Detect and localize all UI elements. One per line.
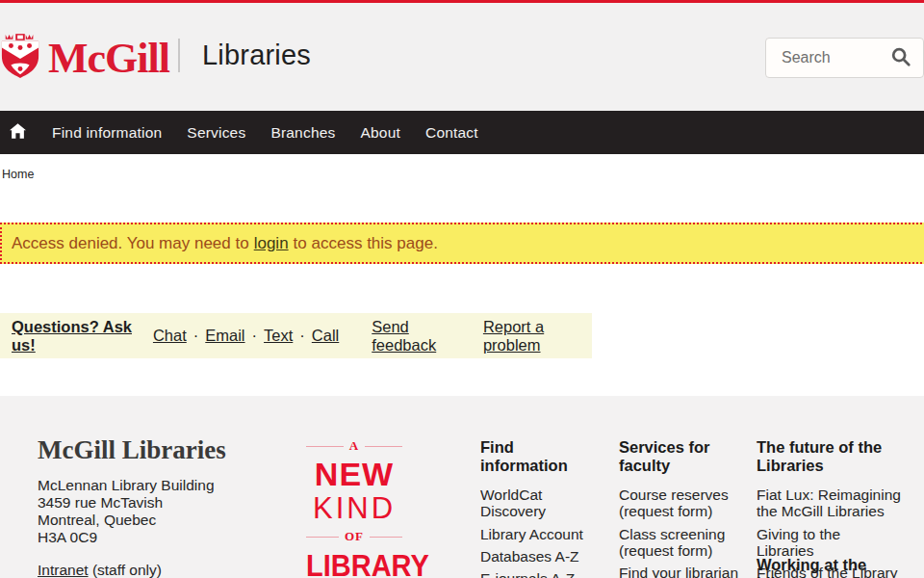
alert-text-before: Access denied. You may need to — [12, 234, 249, 253]
footer-link[interactable]: Course reserves (request form) — [619, 486, 746, 520]
footer-link[interactable]: WorldCat Discovery — [480, 486, 603, 520]
search-icon — [890, 46, 911, 70]
footer-org-name: McGill Libraries — [38, 435, 226, 465]
email-link[interactable]: Email — [205, 327, 244, 345]
separator-dot: · — [299, 327, 305, 345]
footer-link[interactable]: E-journals A-Z — [480, 570, 603, 578]
page-footer: McGill Libraries McLennan Library Buildi… — [0, 396, 924, 578]
search-input[interactable] — [766, 49, 890, 66]
footer-column-services-for-faculty: Services for faculty Course reserves (re… — [619, 438, 746, 578]
site-header: McGill Libraries — [0, 3, 924, 111]
address-line: Montreal, Quebec — [38, 512, 215, 529]
intranet-note: (staff only) — [92, 562, 162, 578]
intranet-row: Intranet (staff only) — [38, 562, 162, 578]
ask-us-bar: Questions? Ask us! Chat · Email · Text ·… — [0, 313, 592, 358]
footer-link[interactable]: Find your librarian — [619, 565, 746, 578]
chat-link[interactable]: Chat — [153, 327, 187, 345]
nav-home-link[interactable] — [0, 123, 39, 143]
search-box — [765, 38, 924, 78]
call-link[interactable]: Call — [312, 327, 339, 345]
mcgill-wordmark: McGill — [48, 38, 169, 80]
campaign-line-a: A — [306, 438, 402, 454]
footer-column-heading: Working at the Libraries — [757, 556, 901, 578]
footer-column-heading: Services for faculty — [619, 438, 746, 475]
new-kind-of-library-logo[interactable]: A NEW KIND OF LIBRARY AU — [306, 434, 402, 578]
intranet-link[interactable]: Intranet — [38, 562, 89, 578]
footer-address: McLennan Library Building 3459 rue McTav… — [38, 477, 215, 546]
campaign-line-library: LIBRARY — [306, 547, 402, 578]
footer-column-find-information: Find information WorldCat Discovery Libr… — [480, 438, 603, 578]
breadcrumb[interactable]: Home — [2, 168, 34, 181]
campaign-line-of: OF — [306, 529, 402, 544]
text-link[interactable]: Text — [264, 327, 293, 345]
footer-column-working-at-libraries: Working at the Libraries — [757, 556, 901, 578]
separator-dot: · — [252, 327, 258, 345]
login-link[interactable]: login — [254, 234, 289, 253]
nav-item-branches[interactable]: Branches — [258, 124, 347, 142]
footer-column-heading: The future of the Libraries — [757, 438, 901, 475]
site-title[interactable]: Libraries — [202, 39, 311, 71]
header-divider — [178, 39, 180, 72]
alert-text-after: to access this page. — [294, 234, 438, 253]
search-submit-button[interactable] — [890, 46, 923, 70]
mcgill-crest-icon — [0, 34, 40, 84]
access-denied-alert: Access denied. You may need to login to … — [0, 223, 924, 264]
footer-link[interactable]: Fiat Lux: Reimagining the McGill Librari… — [757, 486, 901, 520]
mcgill-logo-link[interactable]: McGill — [0, 35, 169, 83]
nav-item-find-information[interactable]: Find information — [39, 124, 174, 142]
address-line: 3459 rue McTavish — [38, 494, 215, 512]
nav-item-services[interactable]: Services — [174, 124, 258, 142]
nav-item-about[interactable]: About — [347, 124, 413, 142]
footer-link[interactable]: Databases A-Z — [480, 548, 603, 565]
home-icon — [10, 123, 26, 143]
address-line: H3A 0C9 — [38, 529, 215, 546]
footer-column-heading: Find information — [480, 438, 603, 475]
ask-us-link[interactable]: Questions? Ask us! — [12, 318, 143, 355]
address-line: McLennan Library Building — [38, 477, 215, 494]
footer-link[interactable]: Library Account — [480, 526, 603, 542]
campaign-line-new: NEW — [306, 458, 402, 491]
report-problem-link[interactable]: Report a problem — [483, 318, 592, 355]
separator-dot: · — [193, 327, 199, 345]
main-navigation: Find information Services Branches About… — [0, 111, 924, 154]
footer-link[interactable]: Class screening (request form) — [619, 526, 746, 560]
footer-link[interactable]: Giving to the Libraries — [757, 526, 901, 560]
send-feedback-link[interactable]: Send feedback — [372, 318, 466, 355]
campaign-line-kind: KIND — [306, 491, 402, 526]
nav-item-contact[interactable]: Contact — [413, 124, 491, 142]
